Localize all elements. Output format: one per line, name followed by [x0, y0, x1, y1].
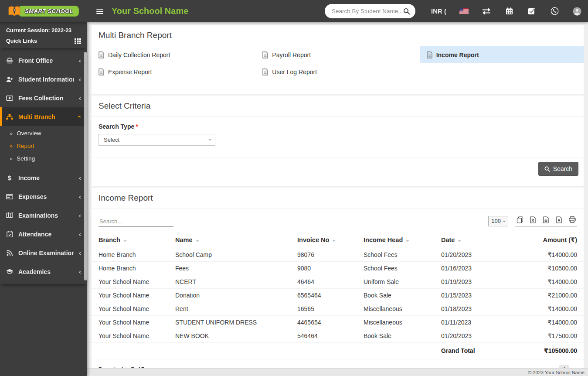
search-type-select[interactable]: Select › [99, 134, 215, 146]
export-excel-icon[interactable] [529, 216, 537, 223]
sidebar-item-multi-branch[interactable]: Multi Branch ‹ [0, 107, 87, 126]
online-examinations-icon [6, 250, 13, 256]
sort-caret-icon [196, 240, 199, 242]
todo-check-icon[interactable] [527, 7, 537, 16]
calendar-icon[interactable] [504, 7, 514, 16]
hamburger-menu-icon[interactable] [92, 3, 108, 20]
link-income-report[interactable]: Income Report [420, 46, 584, 63]
table-row: Your School Name NEW BOOK 546464 Book Sa… [92, 329, 584, 343]
multi-branch-icon [6, 114, 13, 120]
income-report-table: Branch Name Invoice No Income Head Date … [92, 234, 584, 359]
select-criteria-title: Select Criteria [92, 96, 584, 117]
multi-branch-report-panel: Multi Branch Report Daily Collection Rep… [92, 25, 584, 94]
student-search-box [325, 4, 415, 18]
chevron-left-icon: ‹ [79, 57, 81, 64]
link-user-log-report[interactable]: User Log Report [255, 63, 419, 80]
search-button[interactable]: Search [538, 162, 578, 176]
copy-icon[interactable] [516, 216, 523, 223]
sort-caret-icon [332, 240, 336, 242]
sort-caret-icon [406, 240, 409, 242]
column-header-invoice-no[interactable]: Invoice No [297, 234, 364, 248]
chevron-left-icon: ‹ [79, 231, 81, 237]
income-report-title: Income Report [92, 188, 584, 209]
sidebar-item-attendance[interactable]: Attendance ‹ [0, 225, 87, 243]
document-icon [262, 68, 268, 75]
double-angle-icon: » [10, 143, 13, 149]
required-asterisk: * [136, 123, 138, 130]
income-icon: $ [6, 174, 13, 181]
branch-switch-icon[interactable] [482, 7, 491, 16]
chevron-left-icon: ‹ [79, 250, 81, 256]
copyright-text: © 2023 Your School Name [528, 370, 585, 375]
column-header-name[interactable]: Name [175, 234, 297, 248]
chevron-left-icon: ‹ [79, 193, 81, 200]
double-angle-icon: » [10, 155, 13, 162]
multi-branch-submenu: » Overview » Report » Setting [0, 126, 87, 168]
sidebar-item-student-information[interactable]: Student Information ‹ [0, 70, 87, 89]
chevron-left-icon: ‹ [79, 212, 81, 219]
column-header-income-head[interactable]: Income Head [364, 234, 441, 248]
column-header-amount: Amount (₹) [534, 234, 584, 248]
currency-menu[interactable]: INR ( [431, 7, 446, 15]
submenu-item-setting[interactable]: » Setting [0, 152, 87, 165]
main-content: Multi Branch Report Daily Collection Rep… [87, 22, 588, 376]
sidebar-item-examinations[interactable]: Examinations ‹ [0, 206, 87, 225]
sidebar-item-online-examinations[interactable]: Online Examinations ‹ [0, 243, 87, 262]
student-search-input[interactable] [332, 8, 403, 14]
search-icon [544, 166, 550, 172]
grand-total-amount: ₹105000.00 [534, 343, 584, 359]
sidebar-scrollbar[interactable] [84, 52, 87, 280]
quick-links-grid-icon[interactable] [75, 38, 81, 44]
table-search-input[interactable] [99, 216, 173, 227]
current-session-label: Current Session: 2022-23 [6, 27, 81, 34]
sidebar-item-academics[interactable]: Academics ‹ [0, 262, 87, 281]
table-row: Your School Name NCERT 46464 Uniform Sal… [92, 275, 584, 289]
double-angle-icon: » [10, 130, 13, 137]
whatsapp-icon[interactable] [550, 7, 559, 16]
sidebar-item-lesson-plan[interactable]: Lesson Plan ‹ [0, 281, 87, 284]
sort-caret-icon [458, 240, 461, 242]
chevron-left-icon: ‹ [79, 268, 81, 275]
page-size-select[interactable]: 100 › [488, 216, 508, 226]
export-pdf-icon[interactable] [555, 216, 563, 223]
grand-total-label: Grand Total [441, 343, 534, 359]
print-icon[interactable] [568, 216, 576, 223]
document-icon [427, 51, 432, 58]
link-payroll-report[interactable]: Payroll Report [255, 46, 419, 63]
academics-icon [6, 269, 13, 274]
sort-caret-icon [123, 240, 127, 242]
navbar-icon-group [459, 7, 582, 16]
chevron-left-icon: ‹ [79, 76, 81, 82]
table-row: Your School Name STUDENT UNIFORM DRESS 4… [92, 316, 584, 329]
fees-collection-icon [6, 96, 13, 101]
user-avatar[interactable] [572, 7, 582, 16]
table-toolbar: 100 › [92, 209, 584, 228]
sidebar-item-income[interactable]: $ Income ‹ [0, 168, 87, 187]
export-toolbar [515, 215, 577, 227]
chevron-down-icon: ‹ [77, 116, 83, 118]
language-flag-icon[interactable] [459, 7, 469, 16]
student-information-icon [6, 76, 13, 82]
column-header-branch[interactable]: Branch [92, 234, 175, 248]
sidebar-item-expenses[interactable]: Expenses ‹ [0, 187, 87, 206]
link-daily-collection-report[interactable]: Daily Collection Report [92, 46, 255, 63]
logo-book-icon [7, 4, 22, 19]
link-expense-report[interactable]: Expense Report [92, 63, 255, 80]
expenses-icon [6, 194, 13, 199]
column-header-date[interactable]: Date [441, 234, 534, 248]
document-icon [99, 68, 104, 75]
school-name-title: Your School Name [112, 6, 188, 16]
select-caret-icon: › [207, 139, 213, 140]
table-row: Home Branch Fees 9080 School Fees 01/16/… [92, 262, 584, 275]
sidebar-item-front-office[interactable]: Front Office ‹ [0, 51, 87, 70]
submenu-item-overview[interactable]: » Overview [0, 127, 87, 140]
submenu-item-report[interactable]: » Report [0, 140, 87, 152]
chevron-left-icon: ‹ [79, 174, 81, 181]
multi-branch-report-title: Multi Branch Report [92, 25, 584, 46]
sidebar-item-fees-collection[interactable]: Fees Collection ‹ [0, 89, 87, 107]
app-logo[interactable]: SMART SCHOOL [0, 0, 87, 22]
report-links-grid: Daily Collection Report Payroll Report I… [92, 46, 584, 94]
export-csv-icon[interactable] [542, 216, 550, 223]
search-icon[interactable] [403, 8, 410, 15]
chevron-left-icon: ‹ [79, 95, 81, 101]
